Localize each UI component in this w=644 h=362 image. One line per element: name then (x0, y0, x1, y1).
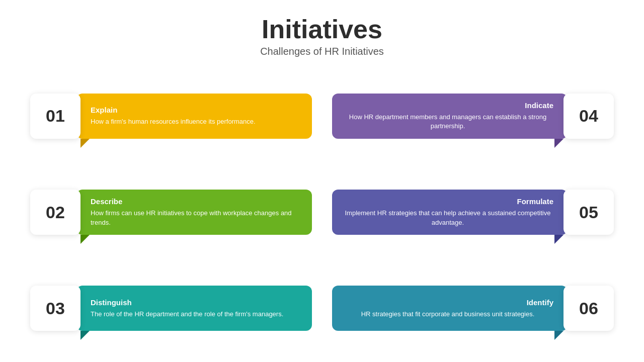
box-title-01: Explain (91, 106, 302, 114)
number-05: 05 (579, 203, 598, 222)
box-title-04: Indicate (342, 101, 553, 110)
number-03: 03 (46, 299, 65, 318)
colored-box-02: DescribeHow firms can use HR initiatives… (76, 190, 312, 235)
colored-box-04: IndicateHow HR department members and ma… (332, 94, 568, 139)
card-04: IndicateHow HR department members and ma… (332, 72, 614, 159)
box-desc-06: HR strategies that fit corporate and bus… (342, 310, 553, 319)
colored-box-01: ExplainHow a firm's human resources infl… (76, 94, 312, 139)
box-desc-01: How a firm's human resources influence i… (91, 117, 302, 126)
cards-grid: 01ExplainHow a firm's human resources in… (30, 72, 614, 352)
card-03: 03DistinguishThe role of the HR departme… (30, 265, 312, 352)
box-desc-05: Implement HR strategies that can help ac… (342, 209, 553, 227)
card-06: IdentifyHR strategies that fit corporate… (332, 265, 614, 352)
card-01: 01ExplainHow a firm's human resources in… (30, 72, 312, 159)
number-02: 02 (46, 203, 65, 222)
box-title-05: Formulate (342, 197, 553, 206)
colored-box-05: FormulateImplement HR strategies that ca… (332, 190, 568, 235)
number-box-02: 02 (30, 190, 80, 235)
number-06: 06 (579, 299, 598, 318)
box-desc-03: The role of the HR department and the ro… (91, 310, 302, 319)
header: Initiatives Challenges of HR Initiatives (260, 15, 384, 57)
number-box-01: 01 (30, 94, 80, 139)
box-desc-02: How firms can use HR initiatives to cope… (91, 209, 302, 227)
number-box-03: 03 (30, 286, 80, 331)
number-box-06: 06 (564, 286, 614, 331)
card-02: 02DescribeHow firms can use HR initiativ… (30, 168, 312, 255)
colored-box-06: IdentifyHR strategies that fit corporate… (332, 286, 568, 331)
box-title-06: Identify (342, 298, 553, 307)
box-desc-04: How HR department members and managers c… (342, 113, 553, 131)
subtitle: Challenges of HR Initiatives (260, 46, 384, 57)
number-01: 01 (46, 106, 65, 126)
main-title: Initiatives (260, 15, 384, 44)
page: Initiatives Challenges of HR Initiatives… (0, 0, 644, 362)
box-title-02: Describe (91, 197, 302, 206)
card-05: FormulateImplement HR strategies that ca… (332, 168, 614, 255)
number-04: 04 (579, 106, 598, 126)
number-box-04: 04 (564, 94, 614, 139)
number-box-05: 05 (564, 190, 614, 235)
box-title-03: Distinguish (91, 298, 302, 307)
colored-box-03: DistinguishThe role of the HR department… (76, 286, 312, 331)
